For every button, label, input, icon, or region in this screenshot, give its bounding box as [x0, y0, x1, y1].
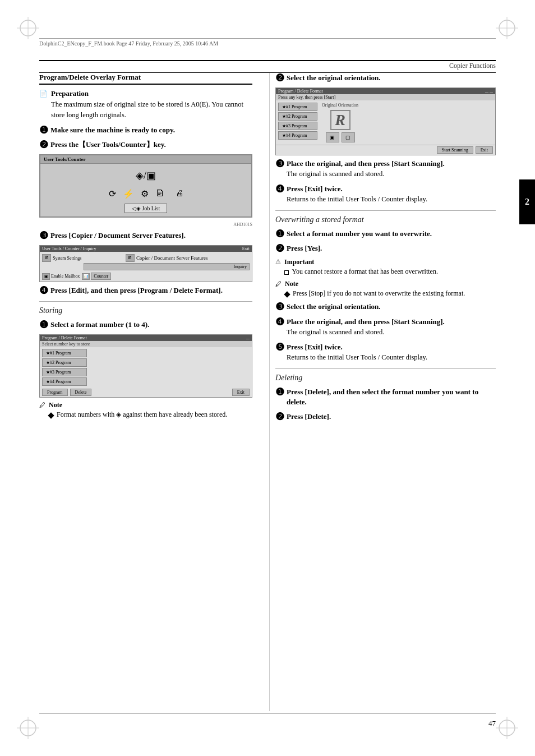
right-step-4: ❹ Press [Exit] twice. Returns to the ini… — [275, 184, 496, 205]
inq-left: 🖹 System Settings — [42, 254, 81, 262]
overwrite-divider — [275, 210, 496, 211]
important-content: Important You cannot restore a format th… — [284, 258, 496, 276]
ow-step-1: ❶ Select a format number you want to ove… — [275, 229, 496, 239]
note-text-main: Format numbers with ◈ against them have … — [57, 411, 227, 418]
orient-scan-btn[interactable]: Start Scanning — [437, 146, 473, 154]
ow-step-1-content: Select a format number you want to overw… — [287, 229, 496, 239]
ahd-label: AHD101S — [39, 222, 252, 227]
main-content: Program/Delete Overlay Format 📄 Preparat… — [39, 73, 496, 711]
ow-step-2-num: ❷ — [275, 243, 284, 253]
overwriting-title: Overwriting a stored format — [275, 215, 496, 224]
orient-btn-3[interactable]: ★#3 Program — [278, 122, 317, 130]
step-3-num: ❸ — [39, 231, 48, 241]
orient-right: Original Orientation R ▣ ▢ — [322, 103, 358, 142]
important-text: You cannot restore a format that has bee… — [284, 266, 496, 276]
fmt-btn-3[interactable]: ★#3 Program — [42, 368, 87, 376]
del-step-1-content: Press [Delete], and then select the form… — [287, 387, 496, 407]
fmt-subtitle: Select number key to store — [40, 341, 252, 347]
inq-bottom-label: Enable Mailbox — [51, 274, 80, 279]
orient-exit-btn[interactable]: Exit — [476, 146, 493, 154]
inq-bottom-icon: ▣ — [42, 273, 50, 280]
step-4-text: Press [Edit], and then press [Program / … — [50, 286, 223, 294]
inq-title-bar: User Tools / Counter / Inquiry Exit — [40, 246, 252, 252]
right-step-2-num: ❷ — [275, 73, 284, 83]
page-header: Copier Functions — [39, 62, 496, 73]
utscreen-icons-row: ⟳ ⚡ ⚙ 🖹 🖨 — [109, 188, 183, 199]
step-3-content: Press [Copier / Document Server Features… — [50, 231, 252, 241]
ow-step-4-text: Place the original, and then press [Star… — [287, 317, 445, 326]
utscreen-center-icon: ◈/▣ — [136, 169, 156, 182]
right-step-2-text: Select the original orientation. — [287, 73, 381, 82]
right-col-inner: ❷ Select the original orientation. Progr… — [275, 73, 496, 422]
step-1: ❶ Make sure the machine is ready to copy… — [39, 125, 252, 135]
important-block: ⚠ Important You cannot restore a format … — [275, 258, 496, 276]
corner-mark-br — [496, 717, 518, 739]
preparation-icon: 📄 — [39, 90, 48, 98]
ow-step-5-subtext: Returns to the initial User Tools / Coun… — [287, 352, 496, 363]
step-3-text: Press [Copier / Document Server Features… — [50, 231, 186, 239]
top-border — [39, 60, 496, 61]
orient-r-letter: R — [330, 110, 350, 130]
fmt-program-btn[interactable]: Program — [42, 389, 68, 396]
inq-counter-item: 📊 Counter — [82, 273, 111, 280]
storing-step-1-content: Select a format number (1 to 4). — [50, 320, 252, 330]
fmt-btn-4[interactable]: ★#4 Program — [42, 377, 87, 386]
note-text-1: Format numbers with ◈ against them have … — [49, 409, 252, 420]
preparation-content: Preparation The maximum size of original… — [51, 89, 252, 121]
note-content-1: Note Format numbers with ◈ against them … — [49, 401, 252, 420]
inq-inquiry-btn[interactable]: Inquiry — [84, 263, 250, 270]
orient-btn-2[interactable]: ★#2 Program — [278, 112, 317, 121]
important-title: Important — [284, 258, 496, 266]
inq-counter-btn[interactable]: Counter — [91, 273, 111, 280]
chapter-tab: 2 — [519, 179, 535, 224]
fmt-delete-btn[interactable]: Delete — [70, 389, 92, 396]
storing-step-1: ❶ Select a format number (1 to 4). — [39, 320, 252, 330]
step-2-content: Press the【User Tools/Counter】key. — [50, 140, 252, 150]
utscreen-icon-spacer: 🖨 — [176, 189, 183, 198]
fmt-body: ★#1 Program ★#2 Program ★#3 Program ★#4 … — [40, 347, 252, 388]
inq-exit-btn: Exit — [242, 246, 250, 251]
right-step-3-text: Place the original, and then press [Star… — [287, 159, 445, 168]
ow-step-3: ❸ Select the original orientation. — [275, 302, 496, 312]
orient-subtitle: Press any key, then press [Start] — [276, 94, 495, 100]
orient-opt-2[interactable]: ▢ — [342, 132, 355, 142]
orient-opt-1[interactable]: ▣ — [326, 132, 339, 142]
utscreen-icon-4: 🖹 — [155, 188, 164, 199]
fmt-btn-2[interactable]: ★#2 Program — [42, 358, 87, 367]
user-tools-screen: User Tools/Counter ◈/▣ ⟳ ⚡ ⚙ 🖹 🖨 ◁◈ Job … — [39, 154, 252, 218]
note-diamond-icon-2 — [284, 291, 290, 297]
orient-title-text: Program / Delete Format — [278, 89, 323, 94]
note-content-2: Note Press [Stop] if you do not want to … — [285, 280, 496, 298]
ow-step-3-content: Select the original orientation. — [287, 302, 496, 312]
fmt-exit-btn[interactable]: Exit — [232, 389, 250, 396]
fmt-bottom: Program Delete Exit — [40, 388, 252, 397]
preparation-text: The maximum size of original size to be … — [51, 99, 252, 121]
left-column: Program/Delete Overlay Format 📄 Preparat… — [39, 73, 258, 711]
step-3: ❸ Press [Copier / Document Server Featur… — [39, 231, 252, 241]
fmt-btn-1[interactable]: ★#1 Program — [42, 349, 87, 357]
ow-step-5-text: Press [Exit] twice. — [287, 343, 343, 351]
file-info-text: DolphinC2_ENcopy_F_FM.book Page 47 Frida… — [39, 40, 218, 47]
inq-right: 🖹 Copier / Document Server Features Inqu… — [84, 254, 250, 270]
chapter-number: 2 — [525, 197, 529, 207]
inq-copier-icon: 🖹 — [126, 254, 135, 262]
del-step-1-text: Press [Delete], and then select the form… — [287, 388, 478, 406]
step-4-num: ❹ — [39, 285, 48, 296]
right-step-3-subtext: The original is scanned and stored. — [287, 169, 496, 179]
preparation-block: 📄 Preparation The maximum size of origin… — [39, 89, 252, 121]
utscreen-title-text: User Tools/Counter — [44, 156, 86, 162]
ow-step-2-content: Press [Yes]. — [287, 243, 496, 253]
note-title-2: Note — [285, 280, 496, 288]
deleting-divider — [275, 368, 496, 369]
ow-step-3-num: ❸ — [275, 302, 284, 312]
orient-btn-1[interactable]: ★#1 Program — [278, 103, 317, 111]
corner-mark-tr — [496, 17, 518, 39]
orient-icon-container: R ▣ ▢ — [326, 110, 355, 142]
step-1-num: ❶ — [39, 125, 48, 135]
file-info-bar: DolphinC2_ENcopy_F_FM.book Page 47 Frida… — [39, 38, 496, 47]
step-1-text: Make sure the machine is ready to copy. — [50, 126, 175, 134]
step-2: ❷ Press the【User Tools/Counter】key. — [39, 140, 252, 150]
orient-btn-4[interactable]: ★#4 Program — [278, 131, 317, 140]
orient-body: ★#1 Program ★#2 Program ★#3 Program ★#4 … — [276, 100, 495, 145]
del-step-2: ❷ Press [Delete]. — [275, 412, 496, 422]
